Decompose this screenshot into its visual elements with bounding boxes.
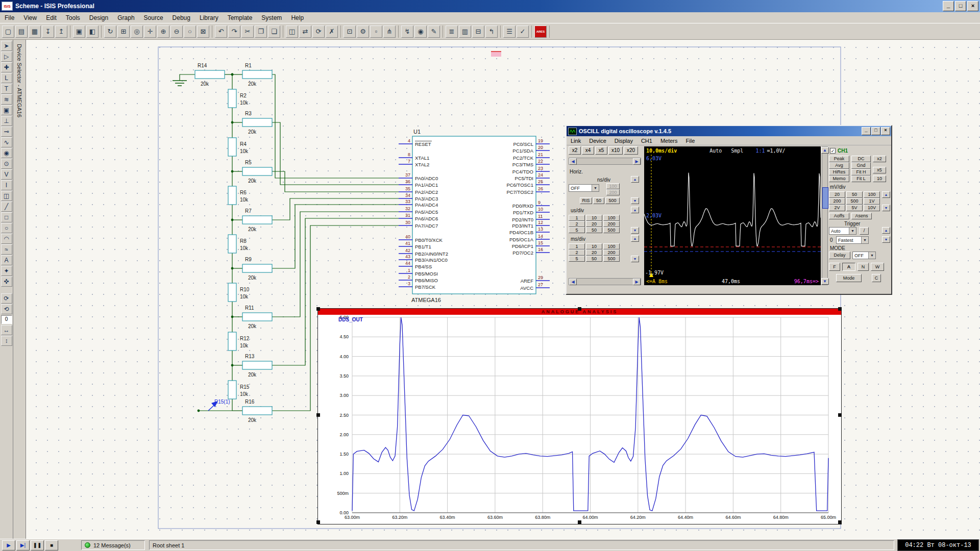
mult-x2-button[interactable]: x2 xyxy=(873,156,886,162)
ms-1-button[interactable]: 1 xyxy=(569,243,585,249)
aoffs-button[interactable]: Aoffs xyxy=(829,213,849,219)
virtual-instrument-mode-button[interactable]: ◫ xyxy=(1,191,12,201)
ms-20-button[interactable]: 20 xyxy=(586,249,602,256)
2d-box-mode-button[interactable]: □ xyxy=(1,212,12,222)
oscilloscope-window[interactable]: OSCILL digital oscilloscope v.1.4.5 _ □ … xyxy=(566,125,892,295)
netlist-to-ares-button[interactable]: ARES xyxy=(534,26,547,38)
center-at-cursor-button[interactable]: ✛ xyxy=(144,26,156,38)
text-script-mode-button[interactable]: T xyxy=(1,84,12,94)
2d-symbol-mode-button[interactable]: ✦ xyxy=(1,266,12,276)
trigger-down-button[interactable]: ▼ xyxy=(882,236,890,243)
rotate-ccw-button[interactable]: ⟲ xyxy=(1,304,12,314)
mv-10V-button[interactable]: 10V xyxy=(864,205,880,211)
menu-debug[interactable]: Debug xyxy=(168,13,195,22)
decompose-button[interactable]: ⋔ xyxy=(383,26,396,38)
block-delete-button[interactable]: ✗ xyxy=(326,26,338,38)
ns-down-button[interactable]: ▼ xyxy=(631,197,639,204)
paste-button[interactable]: ❏ xyxy=(268,26,280,38)
scroll-right-icon[interactable]: ▶ xyxy=(633,279,641,285)
device-pin-mode-button[interactable]: ⊸ xyxy=(1,127,12,137)
mark-output-area-button[interactable]: ◧ xyxy=(86,26,99,38)
selection-mode-button[interactable]: ➤ xyxy=(1,41,12,51)
us-100-button[interactable]: 100 xyxy=(603,215,620,221)
mode-button[interactable]: Mode xyxy=(836,274,862,282)
scope-zoom-x2-button[interactable]: x2 xyxy=(569,146,581,155)
play-button[interactable]: ▶ xyxy=(2,540,15,550)
asens-button[interactable]: Asens xyxy=(851,213,872,219)
close-button[interactable]: × xyxy=(967,1,978,11)
mv-500-button[interactable]: 500 xyxy=(846,198,863,205)
us-up-button[interactable]: ▲ xyxy=(631,207,639,213)
us-50-button[interactable]: 50 xyxy=(586,227,602,233)
mult-x5-button[interactable]: x5 xyxy=(873,167,886,173)
2d-arc-mode-button[interactable]: ◠ xyxy=(1,234,12,244)
scope-zoom-x4-button[interactable]: x4 xyxy=(582,146,594,155)
gnd-button[interactable]: Gnd xyxy=(851,162,871,169)
ms-5-button[interactable]: 5 xyxy=(569,256,585,262)
scroll-down-icon[interactable]: ▼ xyxy=(821,278,829,285)
dc-button[interactable]: DC xyxy=(851,156,871,162)
us-20-button[interactable]: 20 xyxy=(586,221,602,227)
horiz-scrollbar-bottom[interactable]: ◀▶ xyxy=(569,278,641,285)
memo-button[interactable]: Memo xyxy=(829,176,849,182)
ms-100-button[interactable]: 100 xyxy=(603,243,620,249)
scope-zoom-x5-button[interactable]: x5 xyxy=(595,146,607,155)
ms-200-button[interactable]: 200 xyxy=(603,249,620,256)
ns-50-button[interactable]: 50 xyxy=(593,197,604,204)
us-200-button[interactable]: 200 xyxy=(603,221,620,227)
scope-maximize-button[interactable]: □ xyxy=(871,127,880,135)
scroll-up-icon[interactable]: ▲ xyxy=(821,147,829,154)
step-button[interactable]: ▶| xyxy=(16,540,30,550)
menu-system[interactable]: System xyxy=(257,13,286,22)
delay-button[interactable]: Delay xyxy=(829,252,850,259)
avg-button[interactable]: Avg xyxy=(829,162,849,169)
delay-off-dropdown[interactable]: OFF▼ xyxy=(852,252,876,259)
mirror-x-button[interactable]: ↔ xyxy=(1,325,12,335)
2d-line-mode-button[interactable]: ╱ xyxy=(1,202,12,212)
goto-sheet-button[interactable]: ↰ xyxy=(485,26,498,38)
ns-500-button[interactable]: 500 xyxy=(605,197,620,204)
export-section-button[interactable]: ↥ xyxy=(55,26,67,38)
us-2-button[interactable]: 2 xyxy=(569,221,585,227)
fit-h-button[interactable]: Fit H xyxy=(851,169,871,176)
import-section-button[interactable]: ↧ xyxy=(42,26,54,38)
ris-button[interactable]: RIS xyxy=(580,197,592,204)
resize-handle[interactable] xyxy=(316,307,320,311)
menu-template[interactable]: Template xyxy=(223,13,257,22)
resize-handle[interactable] xyxy=(316,413,320,417)
marker-mode-button[interactable]: ✜ xyxy=(1,277,12,287)
menu-tools[interactable]: Tools xyxy=(61,13,85,22)
mult-10-button[interactable]: 10 xyxy=(873,176,886,182)
ch1-checkbox[interactable]: ✓ xyxy=(830,148,836,154)
resize-handle[interactable] xyxy=(578,307,581,311)
ms-up-button[interactable]: ▲ xyxy=(631,235,639,242)
ns-200-button[interactable]: 200 xyxy=(606,189,620,195)
generator-mode-button[interactable]: ⊙ xyxy=(1,159,12,169)
undo-button[interactable]: ↶ xyxy=(215,26,227,38)
us-1-button[interactable]: 1 xyxy=(569,215,585,221)
analysis-graph[interactable]: ANALOGUE ANALYSIS 5.004.504.003.503.002.… xyxy=(317,308,842,524)
mv-100-button[interactable]: 100 xyxy=(864,191,880,198)
ms-10-button[interactable]: 10 xyxy=(586,243,602,249)
search-tag-button[interactable]: ◉ xyxy=(414,26,427,38)
junction-dot-mode-button[interactable]: ✚ xyxy=(1,62,12,72)
bus-mode-button[interactable]: ≋ xyxy=(1,94,12,105)
resize-handle[interactable] xyxy=(838,413,842,417)
us-down-button[interactable]: ▼ xyxy=(631,227,639,234)
peak-button[interactable]: Peak xyxy=(829,156,849,162)
ms-500-button[interactable]: 500 xyxy=(603,256,620,262)
copy-button[interactable]: ❐ xyxy=(255,26,267,38)
scroll-left-icon[interactable]: ◀ xyxy=(569,158,577,165)
mirror-y-button[interactable]: ↕ xyxy=(1,336,12,346)
resize-handle[interactable] xyxy=(578,520,581,524)
filter-W-button[interactable]: W xyxy=(871,263,884,271)
refresh-display-button[interactable]: ↻ xyxy=(104,26,116,38)
mv-2V-button[interactable]: 2V xyxy=(829,205,845,211)
oscilloscope-title-bar[interactable]: OSCILL digital oscilloscope v.1.4.5 _ □ … xyxy=(567,126,891,136)
scope-vertical-scrollbar[interactable]: ▲ ▼ xyxy=(822,146,828,285)
scope-zoom-x10-button[interactable]: x10 xyxy=(608,146,623,155)
us-10-button[interactable]: 10 xyxy=(586,215,602,221)
scope-menu-file[interactable]: File xyxy=(682,138,699,144)
block-rotate-button[interactable]: ⟳ xyxy=(312,26,325,38)
mv-5V-button[interactable]: 5V xyxy=(846,205,863,211)
